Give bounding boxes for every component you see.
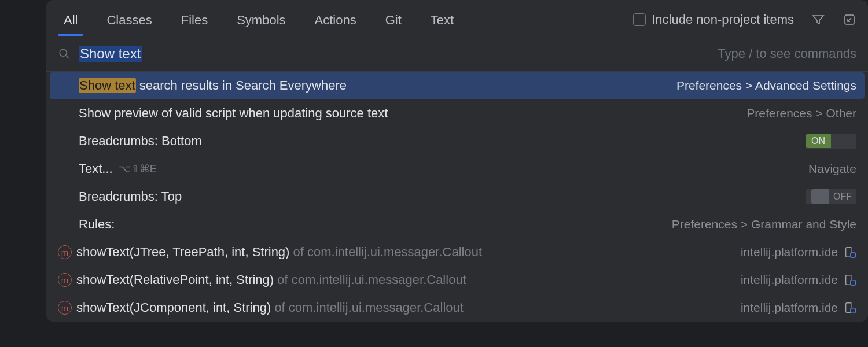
result-row[interactable]: m showText(JTree, TreePath, int, String)… bbox=[46, 238, 868, 266]
method-signature: showText(RelativePoint, int, String) bbox=[76, 272, 274, 287]
tab-text[interactable]: Text bbox=[425, 8, 459, 36]
tab-bar: All Classes Files Symbols Actions Git Te… bbox=[46, 0, 868, 36]
result-row[interactable]: Show text search results in Search Every… bbox=[50, 72, 865, 99]
svg-rect-2 bbox=[851, 253, 855, 257]
result-row[interactable]: Breadcrumbs: Top OFF bbox=[46, 183, 868, 211]
method-icon: m bbox=[58, 245, 72, 259]
method-signature: showText(JTree, TreePath, int, String) bbox=[76, 245, 289, 259]
search-everywhere-popup: All Classes Files Symbols Actions Git Te… bbox=[46, 0, 868, 322]
result-row[interactable]: Rules: Preferences > Grammar and Style bbox=[46, 211, 868, 238]
tab-files[interactable]: Files bbox=[175, 8, 214, 36]
tab-actions[interactable]: Actions bbox=[309, 8, 362, 36]
method-signature: showText(JComponent, int, String) bbox=[76, 300, 271, 315]
library-icon bbox=[844, 246, 856, 259]
search-input[interactable]: Show text bbox=[79, 46, 709, 62]
search-row: Show text Type / to see commands bbox=[46, 36, 868, 72]
result-row[interactable]: Text... ⌥⇧⌘E Navigate bbox=[46, 155, 868, 183]
svg-rect-3 bbox=[851, 280, 855, 285]
result-label: Breadcrumbs: Bottom bbox=[79, 134, 202, 149]
filter-icon[interactable] bbox=[811, 13, 825, 31]
tab-git[interactable]: Git bbox=[380, 8, 407, 36]
svg-rect-4 bbox=[851, 308, 855, 313]
results-list: Show text search results in Search Every… bbox=[46, 72, 868, 322]
result-label: Text... bbox=[79, 161, 113, 176]
module-name: intellij.platform.ide bbox=[741, 245, 838, 259]
svg-point-1 bbox=[60, 49, 67, 56]
result-location: Navigate bbox=[808, 162, 856, 176]
checkbox-icon bbox=[633, 13, 646, 26]
search-icon bbox=[58, 47, 71, 60]
method-class: of com.intellij.ui.messager.Callout bbox=[289, 245, 482, 259]
result-location: Preferences > Advanced Settings bbox=[676, 79, 856, 93]
shortcut-label: ⌥⇧⌘E bbox=[119, 163, 157, 175]
result-location: Preferences > Grammar and Style bbox=[672, 217, 856, 231]
module-name: intellij.platform.ide bbox=[741, 273, 838, 287]
result-label: search results in Search Everywhere bbox=[136, 78, 347, 93]
toggle-knob bbox=[811, 189, 829, 204]
checkbox-label: Include non-project items bbox=[652, 12, 794, 27]
tab-symbols[interactable]: Symbols bbox=[231, 8, 291, 36]
tab-classes[interactable]: Classes bbox=[101, 8, 157, 36]
module-name: intellij.platform.ide bbox=[741, 301, 838, 315]
library-icon bbox=[844, 301, 856, 314]
method-class: of com.intellij.ui.messager.Callout bbox=[271, 300, 464, 315]
result-row[interactable]: m showText(JComponent, int, String) of c… bbox=[46, 294, 868, 322]
open-in-tool-window-icon[interactable] bbox=[843, 13, 856, 31]
result-label: Rules: bbox=[79, 217, 115, 232]
result-row[interactable]: Show preview of valid script when updati… bbox=[46, 99, 868, 127]
result-row[interactable]: m showText(RelativePoint, int, String) o… bbox=[46, 266, 868, 294]
toggle-on[interactable]: ON bbox=[806, 134, 856, 149]
result-row[interactable]: Breadcrumbs: Bottom ON bbox=[46, 127, 868, 155]
method-class: of com.intellij.ui.messager.Callout bbox=[274, 272, 466, 287]
tab-all[interactable]: All bbox=[58, 8, 83, 36]
method-icon: m bbox=[58, 273, 72, 287]
include-non-project-checkbox[interactable]: Include non-project items bbox=[633, 12, 794, 32]
match-highlight: Show text bbox=[79, 78, 136, 93]
result-location: Preferences > Other bbox=[746, 106, 856, 120]
toggle-state-label: OFF bbox=[829, 191, 856, 202]
search-query-text: Show text bbox=[79, 46, 142, 62]
method-icon: m bbox=[58, 301, 72, 315]
toggle-state-label: ON bbox=[806, 134, 831, 148]
result-label: Breadcrumbs: Top bbox=[79, 189, 182, 204]
result-label: Show preview of valid script when updati… bbox=[79, 106, 388, 121]
library-icon bbox=[844, 274, 856, 286]
search-hint: Type / to see commands bbox=[718, 46, 856, 61]
toggle-off[interactable]: OFF bbox=[806, 189, 856, 204]
